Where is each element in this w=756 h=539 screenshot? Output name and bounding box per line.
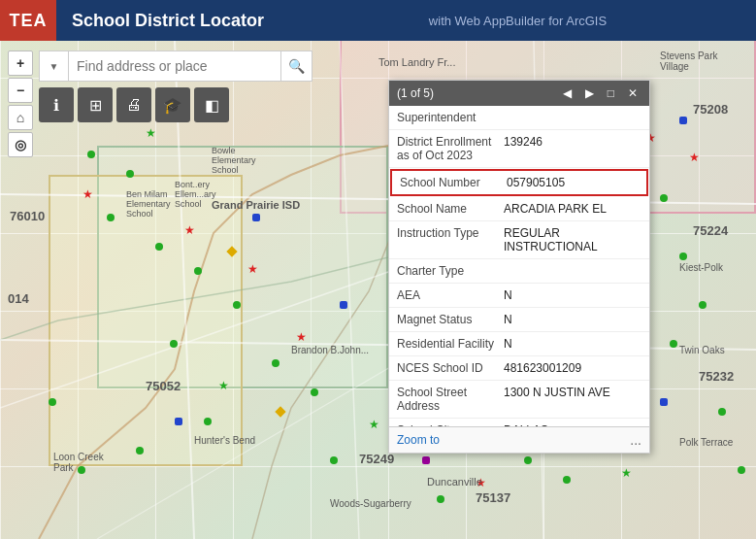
info-popup: (1 of 5) ◀ ▶ □ ✕ SuperintendentDistrict …: [388, 80, 650, 454]
popup-row-value: 1300 N JUSTIN AVE: [504, 386, 641, 413]
school-marker[interactable]: [311, 388, 318, 396]
toolbar: ℹ ⊞ 🖨 🎓 ◧: [39, 87, 229, 122]
popup-row-label: School Street Address: [397, 386, 504, 413]
school-marker[interactable]: [78, 466, 85, 474]
popup-row-value: 139246: [504, 135, 641, 162]
popup-row-value: 057905105: [507, 176, 639, 189]
school-marker[interactable]: [87, 151, 95, 158]
print-button[interactable]: 🖨: [116, 87, 151, 122]
popup-row-value: N: [504, 313, 641, 326]
green-star-marker[interactable]: ★: [146, 126, 156, 140]
locate-button[interactable]: ◎: [8, 132, 33, 157]
search-button[interactable]: 🔍: [281, 51, 312, 82]
more-options-button[interactable]: ...: [630, 432, 641, 448]
grid-button[interactable]: ⊞: [78, 87, 113, 122]
popup-row: Charter Type: [389, 259, 649, 284]
blue-marker[interactable]: [679, 117, 687, 124]
search-dropdown-button[interactable]: ▼: [39, 51, 68, 82]
blue-marker[interactable]: [252, 214, 260, 221]
popup-row-value: REGULAR INSTRUCTIONAL: [504, 226, 641, 253]
red-star-marker[interactable]: ★: [476, 476, 486, 489]
zoom-to-link[interactable]: Zoom to: [397, 433, 440, 447]
green-star-marker[interactable]: ★: [621, 466, 632, 480]
popup-close-button[interactable]: ✕: [624, 84, 641, 102]
blue-marker[interactable]: [175, 418, 182, 425]
purple-marker[interactable]: [422, 456, 430, 464]
popup-row-value: ARCADIA PARK EL: [504, 202, 641, 216]
school-marker[interactable]: [524, 456, 532, 464]
blue-marker[interactable]: [660, 398, 668, 406]
tea-text: TEA: [10, 11, 48, 31]
school-marker[interactable]: [679, 253, 687, 260]
popup-prev-button[interactable]: ◀: [559, 84, 575, 102]
popup-row: District Enrollment as of Oct 2023139246: [389, 130, 649, 168]
app-title: School District Locator: [56, 11, 279, 31]
popup-row-value: N: [504, 288, 641, 302]
popup-row-value: DALLAS: [504, 423, 641, 426]
home-button[interactable]: ⌂: [8, 105, 33, 130]
school-marker[interactable]: [563, 476, 571, 484]
popup-row: NCES School ID481623001209: [389, 356, 649, 381]
popup-row-label: School Number: [400, 176, 507, 189]
popup-row: Residential FacilityN: [389, 332, 649, 356]
red-star-marker[interactable]: ★: [82, 187, 93, 201]
popup-row-label: Charter Type: [397, 264, 504, 278]
popup-row-label: School Name: [397, 202, 504, 216]
school-marker[interactable]: [194, 267, 202, 275]
red-star-marker[interactable]: ★: [296, 330, 307, 344]
popup-row: Instruction TypeREGULAR INSTRUCTIONAL: [389, 221, 649, 259]
school-marker[interactable]: [170, 340, 178, 348]
school-marker[interactable]: [330, 456, 338, 464]
info-button[interactable]: ℹ: [39, 87, 74, 122]
search-input[interactable]: [68, 51, 281, 82]
popup-row-label: Superintendent: [397, 111, 504, 124]
green-star-marker[interactable]: ★: [218, 379, 229, 392]
layer-button[interactable]: ◧: [194, 87, 229, 122]
popup-row-value: N: [504, 337, 641, 351]
zoom-out-button[interactable]: −: [8, 78, 33, 103]
school-marker[interactable]: [155, 243, 163, 251]
school-marker[interactable]: [126, 170, 134, 178]
school-marker[interactable]: [738, 466, 745, 474]
red-star-marker[interactable]: ★: [247, 262, 258, 276]
zoom-in-button[interactable]: +: [8, 51, 33, 76]
popup-row-label: Residential Facility: [397, 337, 504, 351]
popup-row: Magnet StatusN: [389, 308, 649, 332]
popup-row: Superintendent: [389, 106, 649, 130]
popup-row-label: Instruction Type: [397, 226, 504, 253]
popup-body[interactable]: SuperintendentDistrict Enrollment as of …: [389, 106, 649, 426]
red-star-marker[interactable]: ★: [184, 223, 195, 237]
school-marker[interactable]: [660, 194, 668, 202]
school-marker[interactable]: [204, 418, 212, 425]
school-marker[interactable]: [107, 214, 115, 221]
popup-row-value: [504, 264, 641, 278]
popup-row: AEAN: [389, 284, 649, 308]
blue-marker[interactable]: [340, 301, 347, 309]
popup-header: (1 of 5) ◀ ▶ □ ✕: [389, 81, 649, 106]
school-marker[interactable]: [233, 301, 241, 309]
nav-controls: + − ⌂ ◎: [8, 51, 33, 157]
school-marker[interactable]: [718, 408, 726, 416]
tea-logo: TEA: [0, 0, 56, 41]
school-button[interactable]: 🎓: [155, 87, 190, 122]
chevron-down-icon: ▼: [49, 61, 59, 72]
popup-row-label: Magnet Status: [397, 313, 504, 326]
search-container: ▼ 🔍: [39, 51, 756, 82]
school-marker[interactable]: [670, 340, 677, 348]
popup-expand-button[interactable]: □: [604, 84, 618, 102]
school-marker[interactable]: [437, 495, 444, 503]
popup-row-value: 481623001209: [504, 361, 641, 375]
green-star-marker[interactable]: ★: [369, 418, 379, 431]
red-star-marker[interactable]: ★: [689, 151, 700, 164]
search-icon: 🔍: [288, 58, 305, 74]
school-marker[interactable]: [136, 447, 144, 455]
header: TEA School District Locator with Web App…: [0, 0, 756, 41]
popup-next-button[interactable]: ▶: [581, 84, 598, 102]
school-marker[interactable]: [272, 359, 279, 367]
popup-row: School CityDALLAS: [389, 419, 649, 426]
school-marker[interactable]: [49, 398, 56, 406]
popup-row: School NameARCADIA PARK EL: [389, 197, 649, 221]
school-marker[interactable]: [699, 301, 707, 309]
popup-row-label: District Enrollment as of Oct 2023: [397, 135, 504, 162]
popup-row-label: NCES School ID: [397, 361, 504, 375]
